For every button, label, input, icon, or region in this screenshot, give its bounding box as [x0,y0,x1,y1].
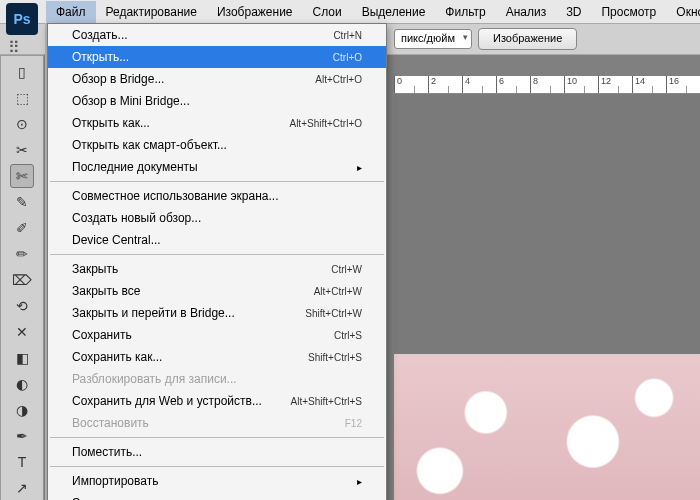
menu-item-label: Device Central... [72,233,161,247]
crop-tool[interactable]: ✄ [10,164,34,188]
menu-item[interactable]: Обзор в Mini Bridge... [48,90,386,112]
menu-item[interactable]: Создать новый обзор... [48,207,386,229]
menu-item: Разблокировать для записи... [48,368,386,390]
menu-редактирование[interactable]: Редактирование [96,1,207,23]
type-tool[interactable]: T [10,450,34,474]
ruler-tick: 14 [632,76,666,93]
eraser-tool[interactable]: ✕ [10,320,34,344]
ruler-tick: 2 [428,76,462,93]
menu-item-shortcut: Ctrl+N [333,30,362,41]
menu-item-label: Восстановить [72,416,149,430]
lasso-tool[interactable]: ⊙ [10,112,34,136]
image-button[interactable]: Изображение [478,28,577,50]
menu-выделение[interactable]: Выделение [352,1,436,23]
menu-item[interactable]: СохранитьCtrl+S [48,324,386,346]
move-tool[interactable]: ▯ [10,60,34,84]
ruler-tick: 6 [496,76,530,93]
eyedropper-tool[interactable]: ✎ [10,190,34,214]
menu-item-shortcut: Alt+Shift+Ctrl+S [291,396,362,407]
blur-tool[interactable]: ◐ [10,372,34,396]
menu-изображение[interactable]: Изображение [207,1,303,23]
stamp-tool[interactable]: ⌦ [10,268,34,292]
menu-item[interactable]: Импортировать [48,470,386,492]
menu-item[interactable]: Открыть...Ctrl+O [48,46,386,68]
menu-фильтр[interactable]: Фильтр [435,1,495,23]
healing-tool[interactable]: ✐ [10,216,34,240]
ruler-tick: 0 [394,76,428,93]
quick-select-tool[interactable]: ✂ [10,138,34,162]
menu-item[interactable]: Последние документы [48,156,386,178]
menu-item-shortcut: Shift+Ctrl+W [305,308,362,319]
menu-item[interactable]: Закрыть и перейти в Bridge...Shift+Ctrl+… [48,302,386,324]
brush-tool[interactable]: ✏ [10,242,34,266]
menu-separator [50,181,384,182]
menu-слои[interactable]: Слои [303,1,352,23]
marquee-tool[interactable]: ⬚ [10,86,34,110]
menu-анализ[interactable]: Анализ [496,1,557,23]
menu-item-label: Открыть как... [72,116,150,130]
ruler-tick: 12 [598,76,632,93]
menu-separator [50,437,384,438]
menu-item-label: Поместить... [72,445,142,459]
menu-item-shortcut: Ctrl+S [334,330,362,341]
menu-item[interactable]: Экспортировать [48,492,386,500]
menu-item[interactable]: Сохранить для Web и устройств...Alt+Shif… [48,390,386,412]
menu-item-label: Закрыть все [72,284,140,298]
menu-item[interactable]: Совместное использование экрана... [48,185,386,207]
menu-item-label: Экспортировать [72,496,162,500]
menu-separator [50,254,384,255]
ruler-tick: 10 [564,76,598,93]
menu-item-label: Совместное использование экрана... [72,189,279,203]
menu-item-label: Обзор в Bridge... [72,72,164,86]
menu-окно[interactable]: Окно [666,1,700,23]
menu-item[interactable]: Обзор в Bridge...Alt+Ctrl+O [48,68,386,90]
path-tool[interactable]: ↗ [10,476,34,500]
menu-item-label: Создать новый обзор... [72,211,201,225]
units-select[interactable]: пикс/дюйм [394,29,472,49]
ruler-tick: 8 [530,76,564,93]
menu-item-shortcut: Ctrl+O [333,52,362,63]
menu-item[interactable]: Открыть как смарт-объект... [48,134,386,156]
ruler-tick: 16 [666,76,700,93]
menu-item[interactable]: Закрыть всеAlt+Ctrl+W [48,280,386,302]
menu-item-label: Открыть как смарт-объект... [72,138,227,152]
submenu-arrow-icon [357,474,362,488]
submenu-arrow-icon [357,160,362,174]
file-menu-dropdown: Создать...Ctrl+NОткрыть...Ctrl+OОбзор в … [47,23,387,500]
menu-item[interactable]: Открыть как...Alt+Shift+Ctrl+O [48,112,386,134]
menu-item: ВосстановитьF12 [48,412,386,434]
document-image [394,354,700,500]
menu-item-label: Сохранить как... [72,350,162,364]
dodge-tool[interactable]: ◑ [10,398,34,422]
menu-separator [50,466,384,467]
menu-файл[interactable]: Файл [46,1,96,23]
menu-item-label: Создать... [72,28,128,42]
menu-item[interactable]: Сохранить как...Shift+Ctrl+S [48,346,386,368]
ruler-tick: 4 [462,76,496,93]
menu-item-shortcut: Shift+Ctrl+S [308,352,362,363]
menu-item[interactable]: Поместить... [48,441,386,463]
toolbox: ▯⬚⊙✂✄✎✐✏⌦⟲✕◧◐◑✒T↗ [0,55,44,500]
menu-item-shortcut: F12 [345,418,362,429]
menu-item-label: Разблокировать для записи... [72,372,237,386]
menu-item-label: Импортировать [72,474,158,488]
history-brush-tool[interactable]: ⟲ [10,294,34,318]
menu-item-label: Сохранить для Web и устройств... [72,394,262,408]
menu-item-label: Закрыть и перейти в Bridge... [72,306,235,320]
menu-item-shortcut: Alt+Shift+Ctrl+O [289,118,362,129]
menu-item[interactable]: ЗакрытьCtrl+W [48,258,386,280]
menu-просмотр[interactable]: Просмотр [591,1,666,23]
menu-item-label: Последние документы [72,160,198,174]
menu-item-label: Обзор в Mini Bridge... [72,94,190,108]
gradient-tool[interactable]: ◧ [10,346,34,370]
menu-item-label: Сохранить [72,328,132,342]
menu-item[interactable]: Device Central... [48,229,386,251]
menu-item[interactable]: Создать...Ctrl+N [48,24,386,46]
pen-tool[interactable]: ✒ [10,424,34,448]
app-logo: Ps [6,3,38,35]
menu-3d[interactable]: 3D [556,1,591,23]
menubar: ФайлРедактированиеИзображениеСлоиВыделен… [0,0,700,23]
menu-item-label: Открыть... [72,50,129,64]
menu-item-label: Закрыть [72,262,118,276]
canvas-area [394,94,700,500]
